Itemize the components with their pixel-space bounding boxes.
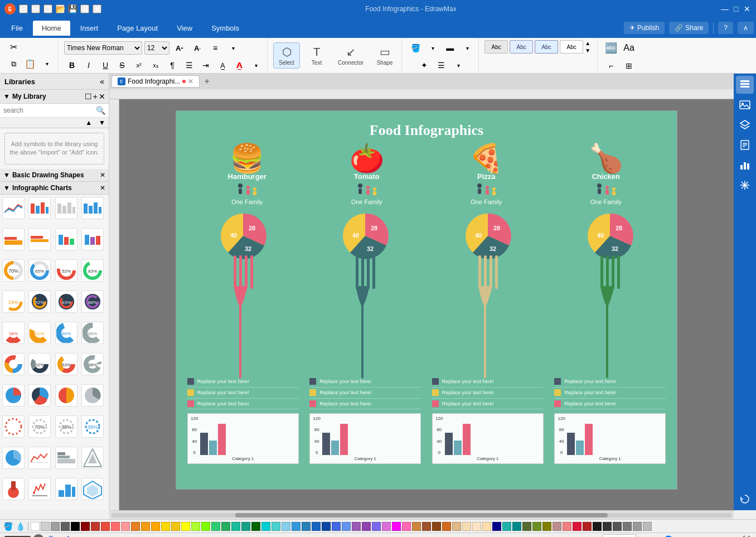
- library-item[interactable]: 83%: [81, 259, 104, 282]
- color-dark-olive[interactable]: [522, 522, 531, 531]
- color-yellow-green[interactable]: [191, 522, 200, 531]
- library-item[interactable]: 70%: [28, 415, 51, 438]
- connector-tool[interactable]: ↙ Connector: [333, 43, 368, 68]
- color-blue-dark[interactable]: [302, 522, 311, 531]
- color-teal[interactable]: [241, 522, 250, 531]
- style-more-btn[interactable]: ▲ ▼: [585, 40, 594, 54]
- color-sienna[interactable]: [422, 522, 431, 531]
- library-item[interactable]: [55, 197, 77, 219]
- library-item[interactable]: 38%: [55, 415, 77, 438]
- help-btn[interactable]: ?: [718, 22, 733, 34]
- text-align-btn[interactable]: ≡: [207, 40, 223, 56]
- chart-panel-btn[interactable]: [736, 156, 754, 174]
- menu-insert[interactable]: Insert: [71, 21, 108, 36]
- search-input[interactable]: [3, 107, 96, 114]
- library-item[interactable]: [2, 197, 25, 219]
- library-item[interactable]: 39%: [81, 415, 104, 438]
- color-orange-dark[interactable]: [131, 522, 140, 531]
- color-medium[interactable]: [623, 522, 632, 531]
- underline-btn[interactable]: U: [98, 57, 113, 73]
- copy-btn[interactable]: ⧉: [6, 56, 21, 72]
- library-item[interactable]: 88%: [81, 353, 104, 375]
- zoom-slider[interactable]: [650, 535, 695, 538]
- zoom-in-btn[interactable]: +: [699, 535, 704, 538]
- align-dropdown-btn[interactable]: ▾: [225, 40, 241, 56]
- color-gold[interactable]: [161, 522, 170, 531]
- infographic-charts-section[interactable]: ▼ Infographic Charts ✕: [0, 182, 109, 195]
- color-gray[interactable]: [51, 522, 60, 531]
- color-light-red[interactable]: [111, 522, 120, 531]
- font-color-dropdown[interactable]: ▾: [248, 57, 264, 73]
- library-item[interactable]: [55, 478, 77, 500]
- scroll-down-btn[interactable]: ▼: [95, 118, 109, 128]
- color-dark-green[interactable]: [251, 522, 260, 531]
- basic-drawing-section[interactable]: ▼ Basic Drawing Shapes ✕: [0, 169, 109, 182]
- font-grow-btn[interactable]: A+: [172, 40, 187, 56]
- color-red-dark[interactable]: [91, 522, 100, 531]
- shadow-btn[interactable]: ☰: [434, 57, 449, 73]
- color-navajo[interactable]: [482, 522, 491, 531]
- color-medium-dark[interactable]: [613, 522, 622, 531]
- font-color-btn[interactable]: A̲: [231, 57, 247, 73]
- close-infographic[interactable]: ✕: [100, 184, 105, 192]
- color-bisque[interactable]: [472, 522, 481, 531]
- color-chocolate[interactable]: [442, 522, 451, 531]
- color-bright-yellow[interactable]: [181, 522, 190, 531]
- color-firebrick[interactable]: [583, 522, 592, 531]
- h-scrollbar-track[interactable]: [112, 513, 731, 517]
- superscript-btn[interactable]: x²: [131, 57, 147, 73]
- sidebar-collapse-btn[interactable]: «: [100, 77, 104, 86]
- color-crimson[interactable]: [573, 522, 581, 531]
- scroll-up-btn[interactable]: ▲: [82, 118, 95, 128]
- properties-panel-btn[interactable]: [736, 76, 754, 94]
- color-orchid[interactable]: [382, 522, 391, 531]
- color-light-gray[interactable]: [41, 522, 50, 531]
- remove-library-btn[interactable]: ✕: [99, 92, 105, 101]
- insert-link-btn[interactable]: Aa: [621, 40, 637, 56]
- color-blue[interactable]: [292, 522, 301, 531]
- fill-dropdown[interactable]: ▾: [425, 40, 440, 56]
- my-library-section[interactable]: ▼ My Library ☐ + ✕: [0, 90, 109, 104]
- color-peru[interactable]: [412, 522, 421, 531]
- transform-panel-btn[interactable]: [736, 176, 754, 194]
- add-library-btn[interactable]: ☐: [85, 92, 92, 101]
- menu-page-layout[interactable]: Page Layout: [108, 21, 167, 36]
- history-panel-btn[interactable]: [736, 490, 754, 508]
- redo-btn[interactable]: ↪: [31, 4, 40, 13]
- subscript-btn[interactable]: x₂: [148, 57, 163, 73]
- color-light[interactable]: [643, 522, 652, 531]
- color-light-seagreen[interactable]: [502, 522, 511, 531]
- format-dropdown[interactable]: ▾: [451, 57, 467, 73]
- close-btn[interactable]: ✕: [743, 4, 752, 13]
- paragraph-btn[interactable]: ¶: [164, 57, 180, 73]
- library-item[interactable]: 52%: [28, 353, 51, 375]
- color-very-dark[interactable]: [603, 522, 612, 531]
- color-orange[interactable]: [141, 522, 150, 531]
- color-royal-blue[interactable]: [332, 522, 341, 531]
- fit-page-btn[interactable]: ⊞: [725, 534, 736, 538]
- color-teal-light[interactable]: [231, 522, 240, 531]
- library-item[interactable]: [28, 478, 51, 500]
- library-item[interactable]: [28, 447, 51, 469]
- library-item[interactable]: [81, 197, 104, 219]
- color-saddle-brown[interactable]: [432, 522, 441, 531]
- bold-btn[interactable]: B: [64, 57, 80, 73]
- color-chartreuse[interactable]: [201, 522, 210, 531]
- color-medium-light[interactable]: [633, 522, 642, 531]
- color-wheat[interactable]: [462, 522, 471, 531]
- menu-home[interactable]: Home: [33, 21, 70, 36]
- save-btn[interactable]: 💾: [68, 4, 77, 13]
- library-item[interactable]: [2, 353, 25, 375]
- italic-btn[interactable]: I: [81, 57, 96, 73]
- library-item[interactable]: [2, 384, 25, 407]
- insert-shape-btn[interactable]: ⌐: [603, 58, 619, 74]
- arrange-btn[interactable]: ⊞: [621, 58, 637, 74]
- color-magenta[interactable]: [392, 522, 401, 531]
- library-item[interactable]: 63%: [55, 353, 77, 375]
- fill-btn[interactable]: 🪣: [408, 40, 423, 56]
- fill-tool-btn[interactable]: 🪣: [2, 521, 13, 532]
- color-olive[interactable]: [542, 522, 551, 531]
- library-item[interactable]: 38%: [2, 322, 25, 344]
- library-item[interactable]: [81, 384, 104, 407]
- color-olive-drab[interactable]: [532, 522, 541, 531]
